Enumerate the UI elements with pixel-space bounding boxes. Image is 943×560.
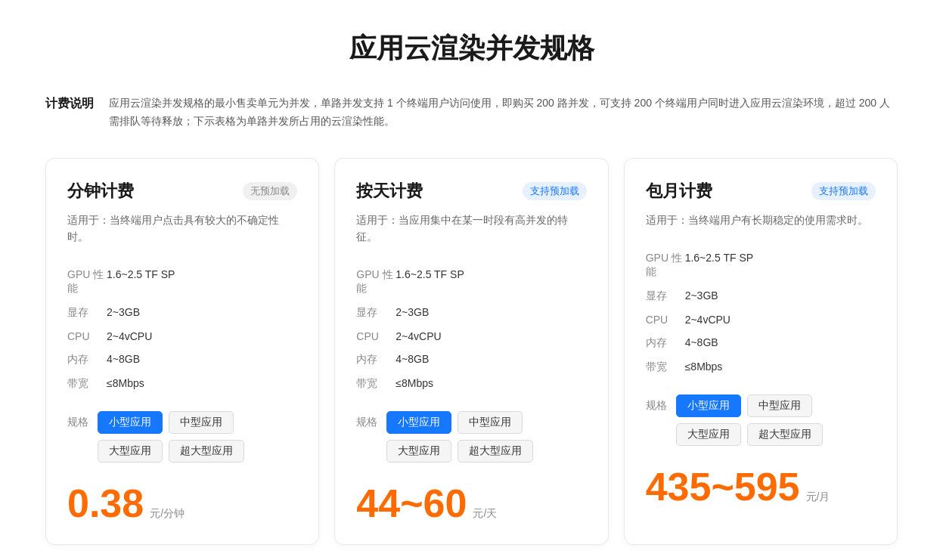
price-unit-per-month: 元/月 (806, 490, 830, 504)
price-main-per-day: 44~60 (356, 484, 467, 523)
spec-label-4: 带宽 (356, 372, 396, 396)
spec-label-1: 显存 (356, 301, 396, 325)
spec-value-4: ≤8Mbps (685, 355, 876, 379)
spec-value-1: 2~3GB (396, 301, 586, 325)
table-row: GPU 性能1.6~2.5 TF SP (67, 263, 297, 301)
spec-label-2: CPU (356, 325, 396, 348)
format-btn-per-month-2[interactable]: 大型应用 (676, 423, 741, 446)
card-badge-per-minute: 无预加载 (243, 182, 297, 200)
card-title-per-minute: 分钟计费 (67, 180, 134, 203)
spec-label-3: 内存 (646, 331, 685, 355)
card-header-per-month: 包月计费支持预加载 (646, 180, 876, 203)
spec-label-4: 带宽 (646, 355, 685, 379)
card-per-day: 按天计费支持预加载适用于：当应用集中在某一时段有高并发的特征。GPU 性能1.6… (334, 158, 608, 546)
format-buttons-per-month: 小型应用中型应用大型应用超大型应用 (676, 394, 876, 446)
spec-value-0: 1.6~2.5 TF SP (685, 246, 876, 284)
spec-table-per-month: GPU 性能1.6~2.5 TF SP显存2~3GBCPU2~4vCPU内存4~… (646, 246, 876, 379)
spec-label-4: 带宽 (67, 372, 107, 396)
format-label-per-day: 规格 (356, 411, 380, 429)
spec-label-1: 显存 (646, 284, 685, 308)
price-unit-per-day: 元/天 (473, 507, 497, 521)
format-row-per-minute: 规格小型应用中型应用大型应用超大型应用 (67, 411, 297, 463)
spec-value-4: ≤8Mbps (396, 372, 586, 396)
format-btn-per-month-3[interactable]: 超大型应用 (747, 423, 823, 446)
spec-value-3: 4~8GB (685, 331, 876, 355)
format-btn-per-day-3[interactable]: 超大型应用 (458, 440, 533, 463)
spec-label-3: 内存 (67, 348, 107, 372)
price-unit-per-minute: 元/分钟 (150, 507, 185, 521)
format-btn-per-minute-2[interactable]: 大型应用 (98, 440, 163, 463)
table-row: 内存4~8GB (356, 348, 586, 372)
price-row-per-minute: 0.38元/分钟 (67, 484, 297, 523)
card-header-per-day: 按天计费支持预加载 (356, 180, 586, 203)
table-row: CPU2~4vCPU (356, 325, 586, 348)
table-row: 内存4~8GB (646, 331, 876, 355)
page-title: 应用云渲染并发规格 (45, 30, 898, 67)
table-row: GPU 性能1.6~2.5 TF SP (356, 263, 586, 301)
spec-value-0: 1.6~2.5 TF SP (107, 263, 297, 301)
table-row: GPU 性能1.6~2.5 TF SP (646, 246, 876, 284)
table-row: 带宽≤8Mbps (356, 372, 586, 396)
spec-value-2: 2~4vCPU (107, 325, 297, 348)
spec-value-1: 2~3GB (685, 284, 876, 308)
format-btn-per-minute-3[interactable]: 超大型应用 (169, 440, 244, 463)
spec-label-3: 内存 (356, 348, 396, 372)
table-row: 显存2~3GB (356, 301, 586, 325)
format-btn-per-minute-0[interactable]: 小型应用 (98, 411, 163, 434)
format-row-per-day: 规格小型应用中型应用大型应用超大型应用 (356, 411, 586, 463)
spec-value-4: ≤8Mbps (107, 372, 297, 396)
price-main-per-minute: 0.38 (67, 484, 144, 523)
format-btn-per-day-1[interactable]: 中型应用 (458, 411, 523, 434)
format-btn-per-day-0[interactable]: 小型应用 (386, 411, 451, 434)
spec-value-1: 2~3GB (107, 301, 297, 325)
card-per-month: 包月计费支持预加载适用于：当终端用户有长期稳定的使用需求时。GPU 性能1.6~… (624, 158, 898, 546)
spec-value-2: 2~4vCPU (396, 325, 586, 348)
card-title-per-day: 按天计费 (356, 180, 423, 203)
spec-label-2: CPU (67, 325, 107, 348)
format-btn-per-day-2[interactable]: 大型应用 (386, 440, 451, 463)
cards-container: 分钟计费无预加载适用于：当终端用户点击具有较大的不确定性时。GPU 性能1.6~… (45, 158, 898, 546)
spec-label-0: GPU 性能 (646, 246, 685, 284)
spec-value-3: 4~8GB (107, 348, 297, 372)
card-badge-per-day: 支持预加载 (523, 182, 587, 200)
billing-note-label: 计费说明 (45, 94, 94, 112)
spec-label-0: GPU 性能 (67, 263, 107, 301)
table-row: CPU2~4vCPU (67, 325, 297, 348)
spec-label-0: GPU 性能 (356, 263, 396, 301)
card-desc-per-day: 适用于：当应用集中在某一时段有高并发的特征。 (356, 212, 586, 246)
table-row: 内存4~8GB (67, 348, 297, 372)
card-badge-per-month: 支持预加载 (811, 182, 876, 200)
card-desc-per-minute: 适用于：当终端用户点击具有较大的不确定性时。 (67, 212, 297, 246)
billing-note: 计费说明 应用云渲染并发规格的最小售卖单元为并发，单路并发支持 1 个终端用户访… (45, 94, 898, 131)
spec-value-0: 1.6~2.5 TF SP (396, 263, 586, 301)
table-row: CPU2~4vCPU (646, 308, 876, 331)
spec-table-per-day: GPU 性能1.6~2.5 TF SP显存2~3GBCPU2~4vCPU内存4~… (356, 263, 586, 396)
format-row-per-month: 规格小型应用中型应用大型应用超大型应用 (646, 394, 876, 446)
spec-value-3: 4~8GB (396, 348, 586, 372)
spec-table-per-minute: GPU 性能1.6~2.5 TF SP显存2~3GBCPU2~4vCPU内存4~… (67, 263, 297, 396)
format-label-per-minute: 规格 (67, 411, 92, 429)
table-row: 带宽≤8Mbps (646, 355, 876, 379)
card-header-per-minute: 分钟计费无预加载 (67, 180, 297, 203)
format-buttons-per-day: 小型应用中型应用大型应用超大型应用 (386, 411, 586, 463)
format-buttons-per-minute: 小型应用中型应用大型应用超大型应用 (98, 411, 297, 463)
format-btn-per-month-1[interactable]: 中型应用 (747, 394, 812, 417)
table-row: 显存2~3GB (67, 301, 297, 325)
price-main-per-month: 435~595 (646, 467, 800, 506)
price-row-per-day: 44~60元/天 (356, 484, 586, 523)
card-title-per-month: 包月计费 (646, 180, 712, 203)
format-btn-per-minute-1[interactable]: 中型应用 (169, 411, 234, 434)
billing-note-text: 应用云渲染并发规格的最小售卖单元为并发，单路并发支持 1 个终端用户访问使用，即… (109, 94, 898, 131)
format-label-per-month: 规格 (646, 394, 670, 413)
card-desc-per-month: 适用于：当终端用户有长期稳定的使用需求时。 (646, 212, 876, 228)
spec-label-2: CPU (646, 308, 685, 331)
card-per-minute: 分钟计费无预加载适用于：当终端用户点击具有较大的不确定性时。GPU 性能1.6~… (45, 158, 319, 546)
format-btn-per-month-0[interactable]: 小型应用 (676, 394, 741, 417)
price-row-per-month: 435~595元/月 (646, 467, 876, 506)
spec-label-1: 显存 (67, 301, 107, 325)
table-row: 显存2~3GB (646, 284, 876, 308)
table-row: 带宽≤8Mbps (67, 372, 297, 396)
spec-value-2: 2~4vCPU (685, 308, 876, 331)
